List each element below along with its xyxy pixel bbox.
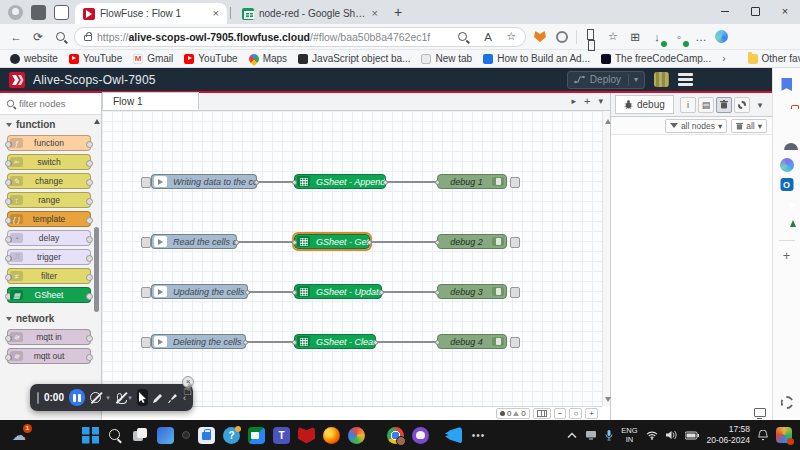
inject-node[interactable]: Updating the cells data xyxy=(151,284,248,299)
inject-node[interactable]: Writing data to the cells xyxy=(151,174,257,189)
output-port[interactable] xyxy=(383,180,388,185)
taskbar-search-icon[interactable] xyxy=(107,427,124,444)
zoom-out-page-icon[interactable] xyxy=(454,29,470,45)
other-favorites[interactable]: Other favorites xyxy=(748,53,800,64)
tab-actions-icon[interactable] xyxy=(54,5,69,20)
inject-node[interactable]: Read the cells data xyxy=(151,234,237,249)
info-button[interactable]: i xyxy=(680,97,696,113)
sidebar-outlook-icon[interactable]: O xyxy=(780,178,793,191)
filter-nodes-dropdown[interactable]: all nodes ▾ xyxy=(665,119,727,133)
bookmark-website[interactable]: website xyxy=(10,53,58,64)
filter-nodes-input[interactable] xyxy=(19,98,89,109)
sidebar-add-icon[interactable]: + xyxy=(783,248,791,263)
lock-icon[interactable] xyxy=(84,35,92,41)
task-view-icon[interactable] xyxy=(132,427,149,444)
flow-list-icon[interactable] xyxy=(598,97,603,106)
input-port[interactable] xyxy=(292,290,297,295)
taskbar-overflow-icon[interactable]: ••• xyxy=(470,427,487,444)
bookmark-freecodecamp[interactable]: The freeCodeCamp... xyxy=(601,53,711,64)
inject-node[interactable]: Deleting the cells data xyxy=(151,334,246,349)
inject-button[interactable] xyxy=(141,287,151,298)
weather-widget[interactable]: ☁1 xyxy=(12,427,26,443)
scrollbar-thumb[interactable] xyxy=(94,227,99,312)
output-port[interactable] xyxy=(245,290,250,295)
navigator-button[interactable] xyxy=(533,408,551,419)
address-bar[interactable]: https://alive-scops-owl-7905.flowfuse.cl… xyxy=(74,27,526,47)
output-port[interactable] xyxy=(367,240,372,245)
zoom-reset-button[interactable]: ○ xyxy=(569,408,582,419)
console-monitor-icon[interactable] xyxy=(754,408,766,417)
debug-toggle-button[interactable] xyxy=(510,287,520,298)
palette-node-function[interactable]: ƒfunction xyxy=(7,135,91,151)
collections-icon[interactable]: ⊞ xyxy=(627,29,643,45)
mic-caret-icon[interactable]: ▾ xyxy=(128,394,132,402)
media-app-icon[interactable] xyxy=(157,427,174,444)
palette-node-switch[interactable]: ⤜switch xyxy=(7,154,91,170)
bookmark-youtube[interactable]: YouTube xyxy=(69,53,122,64)
github-desktop-icon[interactable] xyxy=(412,427,429,444)
gsheet-update-node[interactable]: GSheet - Update xyxy=(294,284,382,299)
add-flow-button[interactable] xyxy=(584,96,590,107)
input-port[interactable] xyxy=(435,290,440,295)
palette-node-trigger[interactable]: ⎍trigger xyxy=(7,249,91,265)
edge-app-active[interactable] xyxy=(182,431,190,439)
tab-google-sheets[interactable]: node-red - Google Sheets × xyxy=(234,3,386,24)
sidebar-copilot-icon[interactable] xyxy=(780,158,794,172)
meet-icon[interactable] xyxy=(248,427,265,444)
main-menu-icon[interactable] xyxy=(678,73,693,86)
zoom-out-button[interactable]: − xyxy=(554,408,567,419)
output-port[interactable] xyxy=(373,340,378,345)
inject-button[interactable] xyxy=(141,337,151,348)
inject-button[interactable] xyxy=(141,237,151,248)
chevron-up-icon[interactable] xyxy=(567,432,577,439)
output-port[interactable] xyxy=(379,290,384,295)
scroll-down-icon[interactable] xyxy=(605,397,611,402)
sidebar-caret-icon[interactable]: ▾ xyxy=(752,97,768,113)
split-screen-icon[interactable] xyxy=(583,29,599,45)
output-port[interactable] xyxy=(243,340,248,345)
store-icon[interactable] xyxy=(198,427,215,444)
minimize-button[interactable] xyxy=(710,0,740,22)
scroll-tabs-icon[interactable] xyxy=(572,97,577,106)
input-port[interactable] xyxy=(292,240,297,245)
palette-node-template[interactable]: { }template xyxy=(7,211,91,227)
debug-messages-area[interactable] xyxy=(611,135,772,420)
input-port[interactable] xyxy=(435,340,440,345)
back-icon[interactable]: ← xyxy=(8,29,24,45)
bookmark-js-object[interactable]: JavaScript object ba... xyxy=(298,53,410,64)
bookmark-youtube-2[interactable]: YouTube xyxy=(184,53,237,64)
palette-node-range[interactable]: ↕range xyxy=(7,192,91,208)
new-tab-button[interactable]: + xyxy=(394,4,402,20)
maximize-button[interactable] xyxy=(740,0,770,22)
help-book-button[interactable]: ▤ xyxy=(698,97,714,113)
gsheet-get-node-selected[interactable]: GSheet - Get xyxy=(294,234,370,249)
browser-profile-icon[interactable] xyxy=(8,5,23,20)
wifi-icon[interactable] xyxy=(646,431,658,440)
gsheet-append-node[interactable]: GSheet - Append xyxy=(294,174,386,189)
deploy-button[interactable]: Deploy ▾ xyxy=(567,71,645,89)
inject-button[interactable] xyxy=(141,177,151,188)
scroll-up-icon[interactable] xyxy=(605,119,611,124)
palette-node-gsheet[interactable]: ▦GSheet xyxy=(7,287,91,303)
pause-button[interactable] xyxy=(69,389,85,406)
photos-app-icon[interactable] xyxy=(348,427,365,444)
recording-toolbar[interactable]: 0:00 ▾ ▾ ‹ xyxy=(30,384,193,411)
tab-flowfuse[interactable]: FlowFuse : Flow 1 × xyxy=(75,3,227,24)
close-tab-icon[interactable]: × xyxy=(372,8,378,19)
search-icon[interactable] xyxy=(52,29,68,45)
output-port[interactable] xyxy=(234,240,239,245)
extensions-ok-icon[interactable]: ◦ xyxy=(671,29,687,45)
palette-node-mqtt-out[interactable]: ≋mqtt out xyxy=(7,348,91,364)
copilot-icon[interactable] xyxy=(715,30,728,43)
palette-category-function[interactable]: function xyxy=(0,115,101,133)
help-app-icon[interactable]: ? xyxy=(223,427,240,444)
extension-icon[interactable] xyxy=(554,29,570,45)
favorites-bar-icon[interactable]: ☆ xyxy=(605,29,621,45)
flow-tab[interactable]: Flow 1 xyxy=(102,92,199,110)
debug-node[interactable]: debug 1 xyxy=(437,174,507,189)
mcafee-icon[interactable] xyxy=(298,427,315,444)
gsheet-clear-node[interactable]: GSheet - Clear xyxy=(294,334,376,349)
battery-icon[interactable] xyxy=(685,431,699,440)
start-button[interactable] xyxy=(82,427,99,444)
palette-scrollbar[interactable] xyxy=(93,117,100,420)
